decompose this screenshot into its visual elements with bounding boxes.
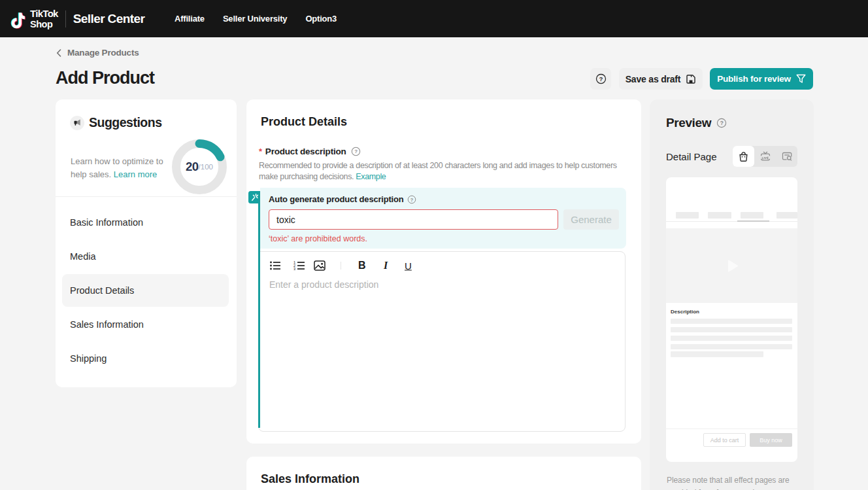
svg-text:?: ? [410, 196, 414, 202]
svg-text:?: ? [720, 120, 724, 126]
svg-text:?: ? [599, 76, 603, 82]
svg-text:3: 3 [293, 267, 295, 271]
svg-text:?: ? [354, 149, 358, 154]
